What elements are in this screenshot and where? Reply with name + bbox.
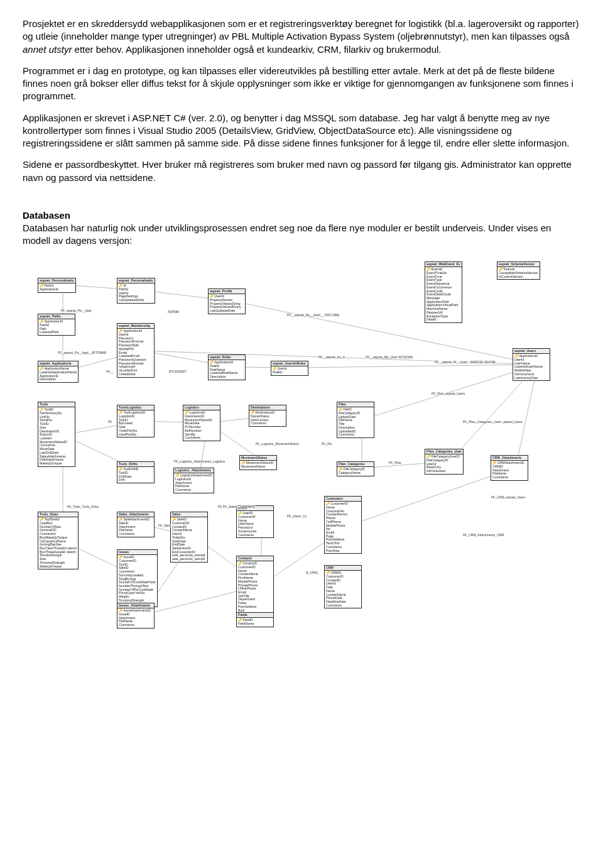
db-table-crm-attachments: CRM_Attachments🔑 CRMAttachmentIDCRMIDAtt… (491, 455, 528, 481)
db-table-crm: CRM🔑 CRMIDCustomerIDContactIDUserIdDateN… (324, 565, 362, 609)
db-table-header: MovementStatus (240, 456, 276, 461)
db-relation-label: FK (107, 420, 112, 424)
db-column: Description (210, 375, 244, 379)
db-column: PostArea (326, 549, 360, 553)
db-table-files-categories-user: Files_Categories_User🔑 FileCategoryUserI… (425, 449, 464, 475)
db-table-contacts: Contacts🔑 ContactIDCustomerIDNameContact… (236, 556, 274, 614)
db-table-header: aspnet_WebEvent_Ev (425, 262, 462, 268)
db-table-header: Contacts (237, 556, 273, 562)
db-table-files-categories: Files_Categories🔑 FileCategoryIDCategory… (337, 461, 374, 476)
db-column: Comments (251, 422, 285, 426)
db-relation-label: FK_aspnet_Pa__Appl (60, 309, 92, 313)
db-column: Comments (492, 476, 526, 480)
db-table-issues-attachments: Issues_Attachments🔑 IssueAttachmentIDIss… (117, 603, 155, 629)
db-table-header: aspnet_Personalizatio (38, 278, 75, 284)
db-column: CreateDate (119, 373, 153, 376)
db-relation-label: FK_Files_aspnet_Users (431, 392, 465, 396)
db-table-header: Logistics_Attachments (174, 468, 214, 474)
db-table-header: Tools_Sizes (38, 512, 78, 518)
db-table-header: Tools_Drifts (117, 462, 154, 468)
db-table-movementstatus: MovementStatus🔑 MovementStatusIDMovement… (239, 455, 277, 470)
db-table-aspnet-paths: aspnet_Paths🔑 ApplicationIdPathIdPathLow… (38, 314, 75, 336)
db-relation-label: FK FK_Sales_Customers1 (217, 505, 256, 509)
db-table-header: Tools (38, 402, 75, 408)
db-table-header: aspnet_SchemaVersior (497, 262, 540, 268)
db-table-header: aspnet_Profile (209, 289, 245, 295)
db-column: FieldName (238, 622, 272, 626)
db-relation-label: FK_aspnet_Pa__Appl__6F7F8848 (57, 351, 107, 355)
db-table-body: 🔑 FeatureCompatibleSchemaVersionIsCurren… (497, 267, 540, 279)
db-table-aspnet-schemaversior: aspnet_SchemaVersior🔑 FeatureCompatibleS… (497, 261, 540, 280)
db-table-body: 🔑 UserIDCustomerIDNameUserNamePasswordAc… (237, 511, 273, 537)
db-relation-label: FK__aspnet_Me_UserI 60762169 (365, 356, 413, 360)
db-table-body: 🔑 LogisticsIDDestinationIDMovementStatus… (183, 410, 220, 441)
db-table-fields: Fields🔑 FieldIDFieldName (236, 612, 274, 627)
db-relation-label: FK_CRM_Attachments_CRM (462, 534, 504, 537)
db-table-tools: Tools🔑 ToolIDPartNo/AssyNoUnitNoSerialNo… (38, 402, 75, 467)
db-table-aspnet-roles: aspnet_Roles🔑 ApplicationIdRoleIdRoleNam… (208, 354, 246, 380)
db-table-header: aspnet_Paths (38, 314, 75, 320)
db-column: Comments (238, 534, 272, 537)
db-table-header: CRM_Attachments (491, 456, 528, 461)
db-table-header: Fields (237, 613, 273, 618)
db-table-body: 🔑 FieldIDFieldName (237, 618, 273, 626)
db-table-sales: Sales🔑 SaleIDCustomerIDContactIDContactN… (170, 512, 208, 563)
db-table-header: Files_Categories (337, 462, 374, 468)
db-column: Comments (119, 624, 153, 627)
db-column: UsedPartNo (119, 433, 153, 437)
db-table-body: 🔑 SaleAttachmentIDSaleIDAttachmentFileNa… (117, 517, 154, 537)
db-relation-label: B7C6C86D7 (168, 370, 187, 374)
db-column: Drift (119, 478, 153, 482)
db-column: LoweredPath (40, 331, 73, 334)
db-column: IsCurrentVersion (499, 275, 538, 279)
db-table-aspnet-usersinroles: aspnet_UsersInRoles🔑 UserIdRoleId (271, 361, 308, 376)
db-table-aspnet-profile: aspnet_Profile🔑 UserIdPropertyNamesPrope… (208, 288, 246, 314)
db-table-body: 🔑 EventIdEventTimeUtcEventTimeEventTypeE… (425, 267, 462, 322)
db-table-tools-drifts: Tools_Drifts🔑 ToolDriftIDToolIDDriftDate… (117, 461, 155, 484)
db-column: Comments (119, 532, 153, 536)
db-table-body: 🔑 LogisticsAttachmentIDLogisticsIDAttach… (174, 473, 214, 493)
db-table-header: aspnet_Applications (38, 361, 78, 367)
db-table-issues: Issues🔑 IssueIDCustomerIDToolIDSaleIDCom… (117, 549, 158, 608)
db-column: RoleId (273, 371, 307, 375)
db-column: LastActivityDate (514, 376, 548, 380)
db-table-header: aspnet_Roles (209, 355, 245, 361)
db-table-aspnet-users: aspnet_Users🔑 ApplicationIdUserIdUserNam… (513, 348, 550, 382)
db-table-body: 🔑 ApplicationIdPathIdPathLoweredPath (38, 319, 75, 335)
db-table-files: Files🔑 FileIDFileCategoryIDUploadDateFil… (337, 402, 374, 438)
db-column: Comments (175, 488, 212, 492)
database-diagram: aspnet_Personalizatio🔑 PathIdApplication… (23, 260, 569, 618)
db-column: CategoryName (339, 471, 372, 475)
db-table-header: Sales (171, 512, 207, 518)
db-table-aspnet-membership: aspnet_Membership🔑 ApplicationIdUserIdPa… (117, 323, 155, 378)
db-relation-label: FK__ (106, 370, 114, 374)
db-relation-label: FK_Logistics_MovementStatus (255, 442, 300, 446)
db-table-header: aspnet_Personalizatio (117, 278, 155, 284)
db-relation-label: ASP585 (167, 310, 180, 314)
db-table-body: 🔑 PathIdApplicationId (38, 283, 75, 292)
db-table-aspnet-personalizatio: aspnet_Personalizatio🔑 IdPathIdUserIdPag… (117, 278, 155, 304)
db-table-body: 🔑 IdPathIdUserIdPageSettingsLastUpdatedD… (117, 283, 155, 303)
paragraph-2: Programmet er i dag en prototype, og kan… (23, 65, 580, 103)
db-table-tools-sizes: Tools_Sizes🔑 ToolSizeIDCaseBoxNumberOfSe… (38, 512, 79, 570)
db-table-body: 🔑 FileCategoryIDCategoryName (337, 467, 374, 475)
db-column: MakeUpTorque (40, 565, 77, 569)
db-table-header: CRM (325, 566, 361, 571)
db-table-header: Files_Categories_User (425, 449, 463, 455)
paragraph-5: Databasen har naturlig nok under utvikli… (23, 222, 580, 248)
db-table-header: aspnet_Users (513, 349, 550, 354)
db-relation-label: FK__aspnet_Pr__UserI_ 5283C5D 3D4788 (434, 361, 496, 365)
db-table-body: 🔑 CustomerIDNameCustomerNoContactPersonP… (325, 502, 361, 553)
db-table-header: Issues_Attachments (117, 603, 154, 609)
db-column: Comments (185, 436, 219, 440)
db-table-body: 🔑 MovementStatusIDMovementName (240, 461, 276, 469)
db-table-body: 🔑 FileCategoryUserIDFileCategoryIDUserId… (425, 454, 463, 474)
db-table-body: 🔑 UserIdRoleId (271, 366, 308, 375)
db-table-aspnet-applications: aspnet_Applications🔑 ApplicationNameLowe… (38, 361, 79, 383)
db-column: Details (426, 318, 460, 322)
db-column: Comments (326, 604, 360, 608)
db-relation-label: FK_CRM_aspnet_Users (491, 496, 526, 500)
db-table-customers: Customers🔑 CustomerIDNameCustomerNoConta… (324, 496, 362, 554)
db-table-destinations: Destinations🔑 DestinationIDName/StatusDe… (249, 405, 286, 427)
db-column: Description (40, 378, 77, 382)
